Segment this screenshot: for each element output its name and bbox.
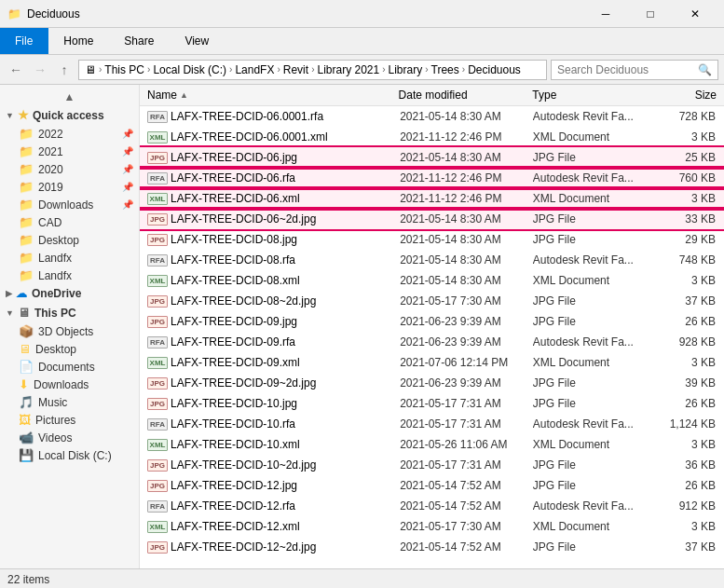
sidebar-item-2021[interactable]: 📁 2021 📌 xyxy=(0,143,139,160)
up-button[interactable]: ↑ xyxy=(54,60,75,80)
table-row[interactable]: JPG LAFX-TREE-DCID-09~2d.jpg 2021-06-23 … xyxy=(140,373,724,393)
tab-file[interactable]: File xyxy=(0,28,48,54)
address-part-trees[interactable]: Trees xyxy=(431,63,459,76)
sidebar-item-localc[interactable]: 💾 Local Disk (C:) xyxy=(0,446,139,464)
table-row[interactable]: JPG LAFX-TREE-DCID-12~2d.jpg 2021-05-14 … xyxy=(140,537,724,557)
tab-share[interactable]: Share xyxy=(109,28,170,54)
table-row[interactable]: JPG LAFX-TREE-DCID-08.jpg 2021-05-14 8:3… xyxy=(140,229,724,250)
table-row[interactable]: JPG LAFX-TREE-DCID-10~2d.jpg 2021-05-17 … xyxy=(140,455,724,475)
address-part-deciduous[interactable]: Deciduous xyxy=(468,63,521,76)
minimize-button[interactable]: ─ xyxy=(584,5,627,23)
table-row[interactable]: RFA LAFX-TREE-DCID-06.0001.rfa 2021-05-1… xyxy=(140,106,724,127)
maximize-button[interactable]: □ xyxy=(629,5,672,23)
file-size: 25 KB xyxy=(649,151,716,164)
back-button[interactable]: ← xyxy=(6,60,26,80)
file-type-icon: RFA xyxy=(147,254,168,267)
sidebar-item-desktop[interactable]: 📁 Desktop xyxy=(0,231,139,249)
tab-view[interactable]: View xyxy=(170,28,225,54)
sidebar-item-label: 2021 xyxy=(38,145,122,158)
table-row[interactable]: XML LAFX-TREE-DCID-12.xml 2021-05-17 7:3… xyxy=(140,516,724,537)
sidebar-item-desktop2[interactable]: 🖥 Desktop xyxy=(0,340,139,358)
file-name: LAFX-TREE-DCID-06.0001.xml xyxy=(171,130,400,144)
col-size-header[interactable]: Size xyxy=(649,89,717,102)
file-type-icon: JPG xyxy=(147,459,168,472)
sidebar-item-2019[interactable]: 📁 2019 📌 xyxy=(0,178,139,196)
file-type: JPG File xyxy=(533,294,649,308)
sidebar-item-documents[interactable]: 📄 Documents xyxy=(0,358,139,376)
address-part-lib2021[interactable]: Library 2021 xyxy=(317,63,379,76)
sidebar-item-label: Desktop xyxy=(38,234,133,247)
address-part-landfx[interactable]: LandFX xyxy=(235,63,274,76)
address-part-thispc[interactable]: This PC xyxy=(104,63,144,76)
folder-icon: 📁 xyxy=(19,251,34,265)
sidebar-item-2020[interactable]: 📁 2020 📌 xyxy=(0,160,139,178)
sidebar-onedrive-header[interactable]: ▶ ☁ OneDrive xyxy=(0,284,139,303)
file-rows-container: RFA LAFX-TREE-DCID-06.0001.rfa 2021-05-1… xyxy=(140,106,724,557)
table-row[interactable]: RFA LAFX-TREE-DCID-10.rfa 2021-05-17 7:3… xyxy=(140,414,724,434)
table-row[interactable]: XML LAFX-TREE-DCID-06.0001.xml 2021-11-1… xyxy=(140,127,724,147)
tab-home[interactable]: Home xyxy=(48,28,109,54)
status-bar: 22 items xyxy=(0,568,724,588)
table-row[interactable]: RFA LAFX-TREE-DCID-06.rfa 2021-11-12 2:4… xyxy=(140,168,724,188)
sidebar-item-landfx1[interactable]: 📁 Landfx xyxy=(0,249,139,267)
col-date-header[interactable]: Date modified xyxy=(399,89,533,102)
sidebar-item-label: Music xyxy=(38,396,133,409)
sidebar-thispc-header[interactable]: ▼ 🖥 This PC xyxy=(0,303,139,322)
table-row[interactable]: JPG LAFX-TREE-DCID-10.jpg 2021-05-17 7:3… xyxy=(140,393,724,414)
search-box[interactable]: 🔍 xyxy=(551,60,718,80)
sidebar-item-downloads[interactable]: 📁 Downloads 📌 xyxy=(0,196,139,213)
file-name: LAFX-TREE-DCID-10.xml xyxy=(171,438,400,451)
table-row[interactable]: JPG LAFX-TREE-DCID-12.jpg 2021-05-14 7:5… xyxy=(140,475,724,496)
address-part-revit[interactable]: Revit xyxy=(283,63,308,76)
file-date: 2021-05-14 7:52 AM xyxy=(400,479,533,492)
sidebar-item-music[interactable]: 🎵 Music xyxy=(0,393,139,411)
forward-button[interactable]: → xyxy=(30,60,50,80)
table-row[interactable]: RFA LAFX-TREE-DCID-08.rfa 2021-05-14 8:3… xyxy=(140,250,724,270)
file-date: 2021-11-12 2:46 PM xyxy=(400,171,533,185)
address-bar[interactable]: 🖥 › This PC › Local Disk (C:) › LandFX ›… xyxy=(78,60,547,80)
file-name: LAFX-TREE-DCID-12.jpg xyxy=(171,479,400,492)
table-row[interactable]: JPG LAFX-TREE-DCID-06.jpg 2021-05-14 8:3… xyxy=(140,147,724,168)
table-row[interactable]: JPG LAFX-TREE-DCID-08~2d.jpg 2021-05-17 … xyxy=(140,291,724,311)
table-row[interactable]: RFA LAFX-TREE-DCID-09.rfa 2021-06-23 9:3… xyxy=(140,332,724,352)
file-name: LAFX-TREE-DCID-06.xml xyxy=(171,192,400,205)
table-row[interactable]: JPG LAFX-TREE-DCID-09.jpg 2021-06-23 9:3… xyxy=(140,311,724,332)
table-row[interactable]: RFA LAFX-TREE-DCID-12.rfa 2021-05-14 7:5… xyxy=(140,496,724,516)
pin-icon: 📌 xyxy=(122,164,133,174)
table-row[interactable]: XML LAFX-TREE-DCID-10.xml 2021-05-26 11:… xyxy=(140,434,724,455)
onedrive-icon: ☁ xyxy=(16,287,27,300)
sidebar-item-cad[interactable]: 📁 CAD xyxy=(0,213,139,231)
table-row[interactable]: XML LAFX-TREE-DCID-08.xml 2021-05-14 8:3… xyxy=(140,270,724,291)
thispc-label: This PC xyxy=(34,307,76,320)
sidebar-item-label: Downloads xyxy=(34,378,133,391)
sidebar-item-2022[interactable]: 📁 2022 📌 xyxy=(0,125,139,143)
folder-icon: 🎵 xyxy=(19,395,34,409)
sidebar-item-3dobjects[interactable]: 📦 3D Objects xyxy=(0,322,139,340)
file-size: 39 KB xyxy=(649,376,716,390)
sidebar-item-pictures[interactable]: 🖼 Pictures xyxy=(0,411,139,429)
file-date: 2021-06-23 9:39 AM xyxy=(400,335,533,349)
search-input[interactable] xyxy=(557,63,698,76)
status-text: 22 items xyxy=(7,573,49,586)
col-type-header[interactable]: Type xyxy=(532,89,649,102)
sidebar-item-label: Landfx xyxy=(38,252,133,265)
address-part-c[interactable]: Local Disk (C:) xyxy=(153,63,226,76)
address-part-library[interactable]: Library xyxy=(389,63,423,76)
col-name-header[interactable]: Name ▲ xyxy=(147,89,399,102)
file-date: 2021-06-23 9:39 AM xyxy=(400,315,533,328)
table-row[interactable]: XML LAFX-TREE-DCID-09.xml 2021-07-06 12:… xyxy=(140,352,724,373)
file-type: JPG File xyxy=(533,151,649,164)
sidebar-item-downloads2[interactable]: ⬇ Downloads xyxy=(0,376,139,393)
title-bar-text: Deciduous xyxy=(27,7,80,21)
file-name: LAFX-TREE-DCID-09.jpg xyxy=(171,315,400,328)
sidebar-quickaccess-header[interactable]: ▼ ★ Quick access xyxy=(0,105,139,125)
file-type: JPG File xyxy=(533,458,649,472)
file-date: 2021-05-14 7:52 AM xyxy=(400,499,533,513)
table-row[interactable]: XML LAFX-TREE-DCID-06.xml 2021-11-12 2:4… xyxy=(140,188,724,209)
close-button[interactable]: ✕ xyxy=(674,5,717,23)
table-row[interactable]: JPG LAFX-TREE-DCID-06~2d.jpg 2021-05-14 … xyxy=(140,209,724,229)
address-separator: › xyxy=(425,64,428,75)
sidebar-item-landfx2[interactable]: 📁 Landfx xyxy=(0,267,139,284)
sidebar-item-videos[interactable]: 📹 Videos xyxy=(0,429,139,446)
file-type: Autodesk Revit Fa... xyxy=(533,335,649,349)
